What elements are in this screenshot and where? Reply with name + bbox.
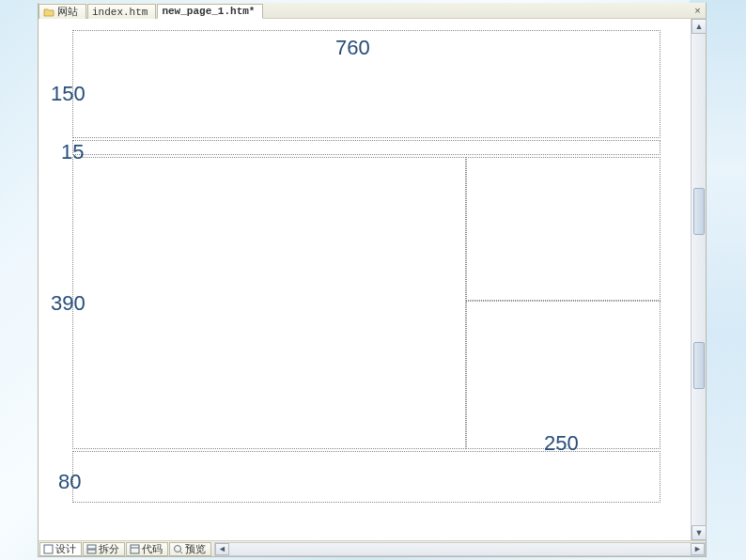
chevron-right-icon: ► — [693, 544, 702, 553]
horizontal-scrollbar[interactable]: ◄ ► — [214, 542, 706, 556]
scroll-thumb[interactable] — [693, 188, 705, 235]
design-canvas[interactable]: 760 150 15 390 250 80 — [39, 19, 706, 540]
dim-right-width: 250 — [544, 431, 579, 456]
tab-newpage-label: new_page_1.htm* — [162, 6, 255, 17]
dim-main-height: 390 — [51, 291, 85, 316]
layout-right-bottom-box — [466, 301, 661, 449]
view-mode-bar: 设计 拆分 代码 预览 ◄ ► — [39, 540, 706, 556]
svg-rect-3 — [131, 545, 139, 553]
view-split-label: 拆分 — [99, 542, 119, 556]
dim-header-height: 150 — [51, 82, 85, 106]
layout-footer-box — [72, 451, 661, 503]
view-split-button[interactable]: 拆分 — [83, 542, 125, 556]
tab-index[interactable]: index.htm — [87, 4, 156, 19]
tab-newpage[interactable]: new_page_1.htm* — [157, 4, 263, 19]
folder-icon — [43, 7, 54, 18]
scroll-down-button[interactable]: ▼ — [692, 525, 707, 540]
scroll-right-button[interactable]: ► — [691, 543, 705, 555]
close-icon: × — [694, 5, 700, 16]
split-icon — [86, 544, 97, 554]
layout-spacer-box — [72, 140, 661, 155]
dim-footer-height: 80 — [58, 470, 81, 494]
svg-rect-0 — [44, 545, 53, 553]
scroll-up-button[interactable]: ▲ — [692, 19, 707, 34]
view-design-label: 设计 — [55, 542, 76, 556]
svg-rect-1 — [87, 545, 96, 549]
view-code-label: 代码 — [142, 542, 163, 556]
svg-point-5 — [175, 545, 181, 552]
tab-bar: 网站 index.htm new_page_1.htm* × — [39, 3, 706, 19]
chevron-down-icon: ▼ — [695, 528, 704, 537]
tab-site-label: 网站 — [57, 5, 78, 19]
svg-rect-2 — [87, 550, 96, 553]
chevron-left-icon: ◄ — [218, 544, 226, 553]
tab-index-label: index.htm — [92, 7, 148, 18]
layout-main-left-box — [72, 157, 466, 449]
close-tab-button[interactable]: × — [692, 5, 704, 17]
dim-spacer-height: 15 — [61, 140, 84, 164]
view-code-button[interactable]: 代码 — [126, 542, 168, 556]
view-preview-button[interactable]: 预览 — [169, 542, 211, 556]
design-icon — [43, 544, 54, 554]
scroll-left-button[interactable]: ◄ — [215, 543, 229, 555]
view-preview-label: 预览 — [185, 542, 206, 556]
scroll-thumb[interactable] — [693, 342, 705, 389]
dim-width: 760 — [335, 36, 370, 60]
preview-icon — [173, 544, 183, 554]
vertical-scrollbar[interactable]: ▲ ▼ — [691, 19, 706, 540]
tab-site[interactable]: 网站 — [39, 4, 86, 19]
view-design-button[interactable]: 设计 — [39, 542, 82, 556]
chevron-up-icon: ▲ — [695, 22, 704, 31]
code-icon — [130, 544, 140, 554]
layout-right-top-box — [466, 157, 661, 301]
svg-line-6 — [180, 551, 183, 553]
editor-window: 网站 index.htm new_page_1.htm* × 760 150 1… — [38, 3, 707, 557]
